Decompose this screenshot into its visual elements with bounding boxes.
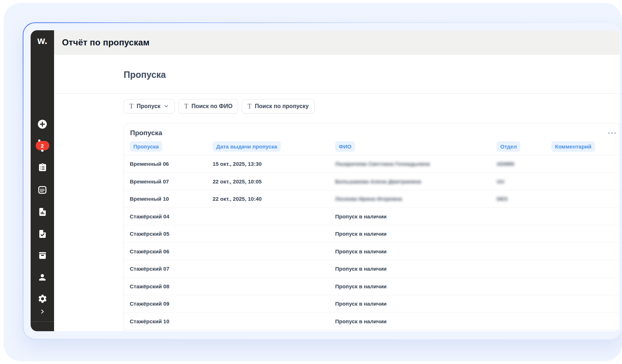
cell-fio: Пропуск в наличии <box>329 283 491 289</box>
main-area: Отчёт по пропускам Пропуска T Пропуск <box>54 30 620 331</box>
table-body: Временный 06 15 окт., 2025, 13:30 Лазари… <box>124 155 619 330</box>
clipboard-icon <box>38 163 47 174</box>
table-row[interactable]: Временный 06 15 окт., 2025, 13:30 Лазари… <box>124 155 619 173</box>
sidebar: w. 2 <box>31 30 54 331</box>
app-frame: w. 2 <box>31 30 620 331</box>
content-area: Пропуска T Пропуск T <box>54 55 620 331</box>
document-check-icon <box>38 229 47 240</box>
cell-date: 22 окт., 2025, 10:05 <box>207 178 329 185</box>
cell-pass: Стажёрский 05 <box>124 231 207 237</box>
cell-pass: Стажёрский 07 <box>124 266 207 272</box>
cell-date: 22 окт., 2025, 10:40 <box>207 196 329 202</box>
column-header-pass[interactable]: Пропуска <box>130 141 162 152</box>
table-row[interactable]: Стажёрский 05 Пропуск в наличии <box>124 225 619 243</box>
filter-search-fio[interactable]: T Поиск по ФИО <box>178 99 238 114</box>
app-window-inner: w. 2 <box>23 23 621 339</box>
filter-label: Пропуск <box>137 103 160 110</box>
screenshot-canvas: w. 2 <box>0 0 622 364</box>
passes-table-card: Пропуска ••• Пропуска Дата выдачи пропус… <box>124 123 620 330</box>
cell-dept: DES <box>491 196 546 202</box>
expand-chevron-icon <box>39 308 45 316</box>
notification-badge: 2 <box>36 141 49 150</box>
sidebar-expand-button[interactable] <box>31 308 54 316</box>
sidebar-item-profile[interactable] <box>31 272 54 284</box>
cell-pass: Стажёрский 04 <box>124 213 207 219</box>
cell-fio: Пропуск в наличии <box>329 301 491 307</box>
table-row[interactable]: Стажёрский 10 Пропуск в наличии <box>124 312 619 330</box>
app-logo: w. <box>31 35 54 46</box>
table-row[interactable]: Стажёрский 04 Пропуск в наличии <box>124 208 619 225</box>
cell-pass: Стажёрский 10 <box>124 318 207 324</box>
card-title: Пропуска <box>130 129 162 137</box>
cell-fio: Пропуск в наличии <box>329 248 491 254</box>
plus-icon <box>37 119 47 130</box>
filter-label: Поиск по пропуску <box>255 103 309 110</box>
text-filter-icon: T <box>184 103 188 110</box>
page-header-title: Отчёт по пропускам <box>62 37 150 48</box>
table-row[interactable]: Стажёрский 07 Пропуск в наличии <box>124 260 619 278</box>
notification-count: 2 <box>36 141 49 150</box>
sidebar-item-calendar[interactable] <box>31 185 54 196</box>
table-row[interactable]: Стажёрский 08 Пропуск в наличии <box>124 278 619 295</box>
cell-pass: Временный 07 <box>124 178 207 185</box>
add-button[interactable] <box>31 119 54 130</box>
archive-box-icon <box>38 251 47 262</box>
cell-pass: Стажёрский 09 <box>124 301 207 307</box>
sidebar-item-tasks[interactable] <box>31 163 54 174</box>
table-row[interactable]: Стажёрский 06 Пропуск в наличии <box>124 243 619 260</box>
cell-dept: UU <box>491 178 546 185</box>
card-menu-dots-icon[interactable]: ••• <box>608 130 617 136</box>
cell-pass: Стажёрский 06 <box>124 248 207 254</box>
cell-fio: Пропуск в наличии <box>329 318 491 324</box>
table-row[interactable]: Стажёрский 09 Пропуск в наличии <box>124 295 619 312</box>
sidebar-divider <box>31 321 54 322</box>
table-row[interactable]: Временный 10 22 окт., 2025, 10:40 Лесков… <box>124 190 619 208</box>
cell-fio: Пропуск в наличии <box>329 266 491 272</box>
cell-date: 15 окт., 2025, 13:30 <box>207 161 329 167</box>
settings-gear-icon <box>37 294 48 305</box>
section-title: Пропуска <box>54 55 620 80</box>
cell-fio: Пропуск в наличии <box>329 231 491 237</box>
sidebar-item-settings[interactable] <box>31 294 54 305</box>
person-icon <box>37 272 47 284</box>
report-chart-icon <box>38 207 47 218</box>
text-filter-icon: T <box>248 103 252 110</box>
app-window: w. 2 <box>23 22 622 339</box>
notifications-button[interactable]: 2 <box>31 141 54 150</box>
filter-search-pass[interactable]: T Поиск по пропуску <box>242 99 315 114</box>
filter-bar: T Пропуск T Поиск по ФИО <box>124 99 620 114</box>
column-header-comment[interactable]: Комментарий <box>551 141 595 152</box>
cell-pass: Временный 10 <box>124 196 207 202</box>
calendar-icon <box>37 185 47 196</box>
card-header: Пропуска ••• <box>124 124 619 141</box>
cell-fio: Большакова Алена Дмитриевна <box>329 178 491 185</box>
cell-fio: Лазаричева Светлана Геннадьевна <box>329 161 491 167</box>
filter-label: Поиск по ФИО <box>191 103 232 110</box>
cell-pass: Временный 06 <box>124 161 207 167</box>
table-header-row: Пропуска Дата выдачи пропуска ФИО Отдел … <box>124 141 619 155</box>
sidebar-item-archive[interactable] <box>31 251 54 262</box>
cell-dept: ADMIN <box>491 161 546 167</box>
cell-fio: Пропуск в наличии <box>329 213 491 219</box>
cell-fio: Лескова Ирина Игоревна <box>329 196 491 202</box>
chevron-down-icon <box>164 102 169 110</box>
top-header-bar: Отчёт по пропускам <box>54 30 620 55</box>
filter-pass-dropdown[interactable]: T Пропуск <box>124 99 175 114</box>
cell-pass: Стажёрский 08 <box>124 283 207 289</box>
text-filter-icon: T <box>129 103 133 110</box>
sidebar-item-reports[interactable] <box>31 207 54 218</box>
column-header-dept[interactable]: Отдел <box>497 141 520 152</box>
section-divider <box>54 93 620 94</box>
column-header-fio[interactable]: ФИО <box>335 141 355 152</box>
table-row[interactable]: Временный 07 22 окт., 2025, 10:05 Больша… <box>124 173 619 190</box>
sidebar-item-approvals[interactable] <box>31 229 54 240</box>
column-header-date[interactable]: Дата выдачи пропуска <box>213 141 281 152</box>
